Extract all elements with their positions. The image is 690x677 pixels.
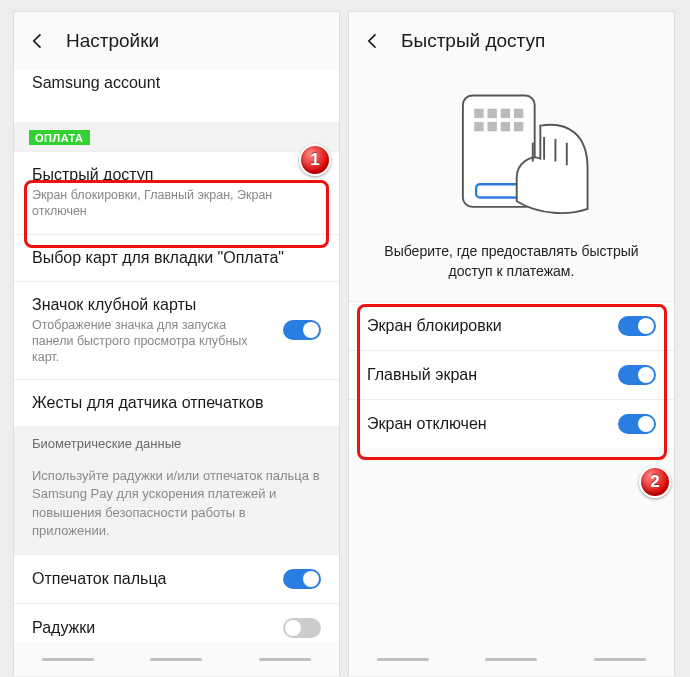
lock-screen-toggle[interactable] (618, 316, 656, 336)
header: Быстрый доступ (349, 12, 674, 70)
nav-back-icon[interactable] (594, 658, 646, 661)
callout-badge-1: 1 (299, 144, 331, 176)
section-pay-label: ОПЛАТА (29, 130, 90, 145)
svg-rect-7 (500, 122, 509, 131)
club-icon-sub: Отображение значка для запуска панели бы… (32, 317, 271, 366)
bio-section-header: Биометрические данные (14, 426, 339, 459)
card-select-label: Выбор карт для вкладки "Оплата" (32, 249, 321, 267)
nav-home-icon[interactable] (485, 658, 537, 661)
iris-toggle[interactable] (283, 618, 321, 638)
callout-badge-2: 2 (639, 466, 671, 498)
phone-right: Быстрый доступ Выберите, где предоставля… (348, 11, 675, 676)
gestures-label: Жесты для датчика отпечатков (32, 394, 321, 412)
club-icon-row[interactable]: Значок клубной карты Отображение значка … (14, 281, 339, 380)
home-screen-label: Главный экран (367, 366, 606, 384)
illustration-caption: Выберите, где предоставлять быстрый дост… (349, 238, 674, 301)
screen-off-row[interactable]: Экран отключен (349, 399, 674, 448)
samsung-account-label: Samsung account (32, 74, 321, 92)
nav-recent-icon[interactable] (377, 658, 429, 661)
back-icon[interactable] (361, 29, 385, 53)
bio-section-hint: Используйте радужки и/или отпечаток паль… (14, 459, 339, 554)
android-navbar (14, 642, 339, 676)
samsung-account-row[interactable]: Samsung account (14, 70, 339, 122)
home-screen-toggle[interactable] (618, 365, 656, 385)
lock-screen-row[interactable]: Экран блокировки (349, 301, 674, 350)
illustration (349, 70, 674, 238)
quick-access-sub: Экран блокировки, Главный экран, Экран о… (32, 187, 321, 220)
svg-rect-3 (500, 109, 509, 118)
svg-rect-5 (474, 122, 483, 131)
svg-rect-8 (513, 122, 522, 131)
svg-rect-2 (487, 109, 496, 118)
club-icon-title: Значок клубной карты (32, 296, 271, 314)
quick-access-title: Быстрый доступ (32, 166, 321, 184)
fingerprint-label: Отпечаток пальца (32, 570, 271, 588)
svg-rect-1 (474, 109, 483, 118)
screen-off-label: Экран отключен (367, 415, 606, 433)
nav-back-icon[interactable] (259, 658, 311, 661)
back-icon[interactable] (26, 29, 50, 53)
fingerprint-toggle[interactable] (283, 569, 321, 589)
header: Настройки (14, 12, 339, 70)
screen-off-toggle[interactable] (618, 414, 656, 434)
svg-rect-9 (476, 184, 521, 197)
quick-access-row[interactable]: Быстрый доступ Экран блокировки, Главный… (14, 151, 339, 234)
phone-left: Настройки Samsung account ОПЛАТА Быстрый… (13, 11, 340, 676)
card-select-row[interactable]: Выбор карт для вкладки "Оплата" (14, 234, 339, 281)
lock-screen-label: Экран блокировки (367, 317, 606, 335)
home-screen-row[interactable]: Главный экран (349, 350, 674, 399)
svg-rect-6 (487, 122, 496, 131)
nav-recent-icon[interactable] (42, 658, 94, 661)
page-title: Настройки (66, 30, 159, 52)
android-navbar (349, 642, 674, 676)
iris-label: Радужки (32, 619, 271, 637)
club-icon-toggle[interactable] (283, 320, 321, 340)
svg-rect-4 (513, 109, 522, 118)
fingerprint-row[interactable]: Отпечаток пальца (14, 554, 339, 603)
page-title: Быстрый доступ (401, 30, 545, 52)
gestures-row[interactable]: Жесты для датчика отпечатков (14, 379, 339, 426)
nav-home-icon[interactable] (150, 658, 202, 661)
